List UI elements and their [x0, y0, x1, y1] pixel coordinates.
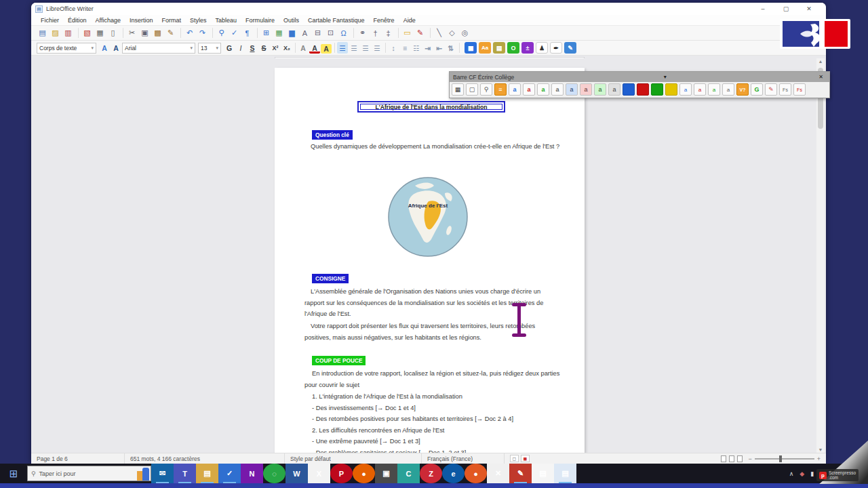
- taskbar-search-input[interactable]: ⚲ Taper ici pour: [27, 466, 151, 481]
- divider[interactable]: [353, 28, 354, 38]
- vertical-scrollbar[interactable]: ▲ ▼: [816, 58, 825, 453]
- cf-small-a-red-button[interactable]: a: [694, 83, 706, 96]
- cf-letter-blue-button[interactable]: a: [509, 83, 521, 96]
- menu-item[interactable]: Fenêtre: [374, 17, 395, 24]
- copy-button[interactable]: ▣: [139, 27, 151, 39]
- taskbar-app-explorer[interactable]: ▤: [196, 464, 218, 483]
- cf-letter-green-button[interactable]: a: [537, 83, 549, 96]
- cf-green-g-button[interactable]: G: [751, 83, 763, 96]
- font-color-button[interactable]: A: [309, 44, 320, 54]
- bullet-list-button[interactable]: ≡: [399, 42, 410, 54]
- clear-formatting-button[interactable]: A: [298, 42, 309, 54]
- cf-fs-button-1[interactable]: Fs: [779, 83, 791, 96]
- special-character-button[interactable]: Ω: [338, 27, 349, 39]
- cf-small-a-green-button[interactable]: a: [708, 83, 720, 96]
- taskbar-app-word[interactable]: W: [285, 464, 308, 483]
- menu-item[interactable]: Outils: [283, 17, 299, 24]
- indent-increase-button[interactable]: ⇥: [422, 42, 433, 54]
- align-justify-button[interactable]: ☰: [372, 42, 382, 54]
- superscript-button[interactable]: X²: [270, 42, 281, 54]
- divider[interactable]: [123, 28, 123, 38]
- endnote-button[interactable]: ‡: [382, 27, 394, 39]
- ext-marker-icon[interactable]: ✒: [550, 42, 562, 54]
- insert-textbox-button[interactable]: A: [299, 27, 311, 39]
- taskbar-app-todo[interactable]: ✓: [218, 464, 241, 483]
- menu-item[interactable]: Styles: [190, 17, 207, 24]
- italic-button[interactable]: I: [235, 42, 246, 54]
- scroll-down-icon[interactable]: ▼: [816, 447, 825, 452]
- window-titlebar[interactable]: ▤ LibreOffice Writer – ▢ ✕: [31, 3, 826, 15]
- align-right-button[interactable]: ☰: [360, 42, 371, 54]
- taskbar-app-messaging-green[interactable]: ◌: [263, 464, 285, 483]
- globe-image[interactable]: Afrique de l'Est: [388, 176, 469, 258]
- taskbar-app-pinterest[interactable]: P: [330, 464, 353, 483]
- open-file-button[interactable]: ▨: [50, 27, 61, 39]
- highlight-color-button[interactable]: A: [321, 44, 332, 54]
- underline-button[interactable]: S: [247, 42, 258, 54]
- cf-tint-gray-button[interactable]: a: [608, 83, 620, 96]
- scroll-up-icon[interactable]: ▲: [816, 59, 825, 64]
- document-title-frame[interactable]: L'Afrique de l'Est dans la mondialisatio…: [357, 101, 505, 113]
- taskbar-app-orange-circle[interactable]: ●: [465, 464, 487, 483]
- undo-button[interactable]: ↶: [184, 27, 195, 39]
- cf-solid-green-button[interactable]: [651, 83, 663, 96]
- multi-page-view-icon[interactable]: [729, 455, 734, 462]
- cf-collapse-icon[interactable]: ▾: [661, 74, 669, 80]
- maximize-button[interactable]: ▢: [774, 3, 797, 15]
- insert-table-button[interactable]: ⊞: [260, 27, 272, 39]
- font-name-select[interactable]: Arial ▾: [122, 43, 195, 54]
- insert-field-button[interactable]: ⊡: [325, 27, 336, 39]
- cf-letter-red-button[interactable]: a: [523, 83, 535, 96]
- unsaved-changes-icon[interactable]: ◼: [521, 455, 530, 462]
- paste-button[interactable]: ▩: [152, 27, 163, 39]
- divider[interactable]: [430, 28, 431, 38]
- divider[interactable]: [385, 43, 386, 53]
- cf-small-a-gray-button[interactable]: a: [722, 83, 734, 96]
- strikethrough-button[interactable]: S: [258, 42, 269, 54]
- tray-chevron-icon[interactable]: ∧: [789, 470, 794, 477]
- cf-close-icon[interactable]: ✕: [816, 74, 826, 80]
- cf-window-button[interactable]: ▢: [466, 83, 478, 96]
- taskbar-app-notes[interactable]: ▤: [532, 464, 554, 483]
- paragraph-style-select[interactable]: Corps de texte ▾: [37, 43, 96, 54]
- page-break-button[interactable]: ⊟: [312, 27, 323, 39]
- menu-item[interactable]: Édition: [68, 17, 87, 24]
- book-view-icon[interactable]: [737, 455, 743, 462]
- cf-tint-blue-button[interactable]: a: [566, 83, 578, 96]
- insert-image-button[interactable]: ▦: [273, 27, 285, 39]
- divider[interactable]: [459, 43, 460, 53]
- ext-person-icon[interactable]: ♟: [536, 42, 548, 54]
- divider[interactable]: [295, 43, 296, 53]
- divider[interactable]: [212, 28, 213, 38]
- cf-solid-red-button[interactable]: [637, 83, 649, 96]
- paragraph-spacing-button[interactable]: ⇅: [446, 42, 456, 54]
- menu-item[interactable]: Formulaire: [245, 17, 275, 24]
- cf-letter-gray-button[interactable]: a: [551, 83, 564, 96]
- footnote-button[interactable]: †: [370, 27, 381, 39]
- print-preview-button[interactable]: ▯: [107, 27, 119, 39]
- menu-item[interactable]: Tableau: [215, 17, 237, 24]
- tray-pen-icon[interactable]: ▮: [810, 470, 814, 477]
- cf-vocal-button[interactable]: V?: [736, 83, 749, 96]
- hyperlink-button[interactable]: ⚭: [357, 27, 368, 39]
- find-replace-button[interactable]: ⚲: [216, 27, 227, 39]
- cf-solid-yellow-button[interactable]: [665, 83, 677, 96]
- formatting-marks-button[interactable]: ¶: [241, 27, 253, 39]
- taskbar-app-teal-c[interactable]: C: [397, 464, 420, 483]
- cf-zoom-button[interactable]: ⚲: [480, 83, 492, 96]
- indent-decrease-button[interactable]: ⇤: [434, 42, 445, 54]
- clone-formatting-button[interactable]: ✎: [165, 27, 176, 39]
- font-size-select[interactable]: 13 ▾: [198, 43, 221, 54]
- comment-button[interactable]: ▭: [401, 27, 413, 39]
- taskbar-app-diagram[interactable]: ✕: [487, 464, 509, 483]
- zoom-slider-thumb[interactable]: [779, 455, 782, 462]
- zoom-out-icon[interactable]: −: [748, 455, 751, 462]
- cf-orange-button[interactable]: ≡: [494, 83, 507, 96]
- taskbar-app-excel[interactable]: X: [308, 464, 330, 483]
- taskbar-app-zotero[interactable]: Z: [420, 464, 442, 483]
- align-left-button[interactable]: ☰: [337, 42, 348, 54]
- insert-chart-button[interactable]: ▆: [286, 27, 298, 39]
- document-page[interactable]: L'Afrique de l'Est dans la mondialisatio…: [275, 68, 585, 453]
- new-style-button[interactable]: A: [111, 42, 121, 54]
- basic-shapes-button[interactable]: ◇: [446, 27, 458, 39]
